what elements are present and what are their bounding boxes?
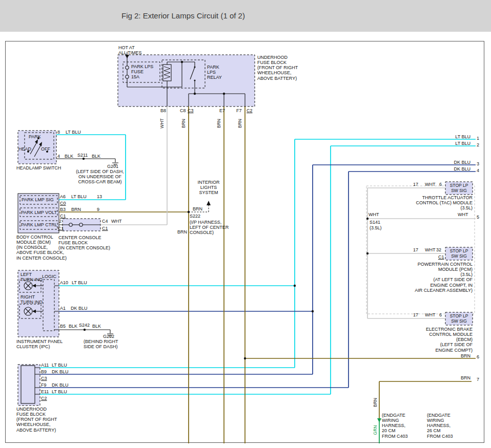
s141-wht-right: WHT (458, 212, 468, 217)
s141-wht-left: WHT (369, 212, 379, 217)
pin-a6-label: A6 (60, 194, 66, 199)
switch-park-label: PARK (29, 134, 41, 139)
splice-s141-label: S141 (370, 220, 380, 225)
offpage-2: 2 (477, 142, 479, 147)
offpage-4: 4 (477, 168, 479, 173)
tac-pin-6: 6 (439, 182, 442, 187)
pcm-pin-32: 32 (436, 247, 441, 252)
wire2-ltblu-label: LT BLU (453, 141, 470, 146)
connector-c2-label: C2 (247, 108, 253, 113)
endgate-harness-20cm-label: (ENDGATE WIRING HARNESS, 20 CM FROM C403 (382, 413, 408, 439)
pin-f9-label: F9 (41, 382, 47, 388)
offpage-7: 7 (477, 377, 479, 382)
bcm-row-park-lmp-sig: PARK LMP SIG (22, 197, 54, 202)
ebcm-ckt-17: 17 (413, 312, 418, 317)
splice-s242-label: S242 (79, 323, 90, 328)
ebcm-wire-wht: WHT (425, 312, 436, 317)
wire-blk-b5b-label: BLK (92, 324, 101, 329)
circuit-9-label: 9 (97, 207, 99, 212)
hot-at-all-times-label: HOT AT ALL TIMES (118, 45, 142, 55)
wire-brn-f7-label: BRN (238, 119, 243, 128)
pin-8-label: 8 (57, 130, 60, 135)
interior-lights-system-label: INTERIOR LIGHTS SYSTEM (193, 180, 224, 195)
right-turn-ind-label: RIGHT TURN IND (21, 294, 43, 305)
underhood-fuse-block-bottom-caption: UNDERHOOD FUSE BLOCK (FRONT OF RIGHT WHE… (16, 407, 57, 433)
tac-ckt-17: 17 (413, 182, 418, 187)
wire-brn-vertical-label: BRN (373, 398, 378, 407)
pin-c8-label: C8 (180, 108, 186, 113)
wire1-ltblu-label: LT BLU (453, 134, 470, 139)
pin-4-label: 4 (57, 154, 60, 159)
figure-title: Fig 2: Exterior Lamps Circuit (1 of 2) (121, 11, 245, 20)
console-fuse-block-caption: CENTER CONSOLE FUSE BLOCK (IN CENTER CON… (58, 235, 110, 250)
wire-dkblu-b9-label: DK BLU (52, 369, 69, 374)
switch-off-label: OFF (41, 146, 50, 152)
splice-s141-location: (3.5L) (370, 225, 382, 230)
wire-ltblu-e11-label: LT BLU (52, 389, 67, 394)
ebcm-stop-lp-sw-sig-box: STOP LP SW SIG (445, 314, 473, 324)
connector-c1c-label: C1 (102, 226, 108, 231)
pcm-ckt-17: 17 (413, 247, 418, 252)
switch-head-label: HEAD (18, 146, 31, 152)
splice-s222-label: S222 (190, 214, 200, 219)
ground-g201-label: G201 (107, 164, 118, 169)
wire-blk-b-label: BLK (92, 154, 100, 159)
wire-blk-a-label: BLK (65, 154, 73, 159)
offpage-5: 5 (477, 215, 479, 220)
wire-ltblu-a6-label: LT BLU (71, 194, 87, 199)
endgate-harness-26cm-label: (ENDGATE WIRING HARNESS, 26 CM FROM C403 (427, 413, 453, 439)
pcm-wire-wht: WHT (425, 247, 436, 252)
wire6-brn-label: BRN (453, 353, 470, 358)
wire7-brn-label: BRN (453, 375, 470, 380)
underhood-fuse-block-location-label: UNDERHOOD FUSE BLOCK (FRONT OF RIGHT WHE… (257, 55, 298, 81)
pin-b5-label: B5 (60, 324, 66, 329)
wire-ltblu-a10-label: LT BLU (72, 280, 87, 285)
connector-c1-label: C1 (60, 214, 66, 219)
wire3-dkblu-label: DK BLU (453, 160, 470, 165)
logic-label: LOGIC (42, 274, 56, 279)
ground-g202-location: (BEHIND RIGHT SIDE OF DASH) (84, 339, 118, 349)
wire4-dkblu-label: DK BLU (453, 166, 470, 172)
left-turn-ind-label: LEFT TURN IND (21, 272, 43, 282)
pin-b9-label: B9 (41, 369, 47, 374)
pin-e7-label: E7 (219, 108, 225, 113)
pcm-stop-lp-sw-sig-box: STOP LP SW SIG (445, 249, 473, 259)
wire-brn-below-s222-label: BRN (177, 229, 187, 234)
pin-c4-label: C4 (102, 219, 108, 224)
circuit-13-label: 13 (97, 194, 102, 199)
pin-b3-label: B3 (60, 207, 66, 212)
wire-brn-c3-label: BRN (181, 119, 187, 128)
offpage-1: 1 (477, 136, 479, 141)
ipc-caption: INSTRUMENT PANEL CLUSTER (IPC) (16, 339, 63, 349)
wire-grn-vertical-label: GRN (373, 425, 378, 435)
connector-c2-bottom-label: C2 (41, 396, 47, 401)
ebcm-pin-6: 6 (439, 312, 442, 317)
pin-a10-label: A10 (60, 280, 68, 285)
tac-module-caption: THROTTLE ACTUATOR CONTROL (TAC) MODULE (… (405, 195, 473, 210)
bcm-row-park-lmp-ctrl: PARK LMP CTRL (21, 222, 57, 227)
wire-wht-c4-label: WHT (111, 219, 122, 224)
wire-brn-s222-label: BRN (193, 206, 202, 211)
figure-title-bar: Fig 2: Exterior Lamps Circuit (1 of 2) (0, 0, 491, 32)
wire-wht-b8-label: WHT (160, 118, 165, 128)
park-lps-relay-label: PARK LPS RELAY (207, 65, 222, 80)
tac-wire-wht: WHT (425, 182, 436, 187)
offpage-6: 6 (477, 354, 479, 359)
wire-brn-e7-label: BRN (217, 119, 222, 128)
connector-c3-label: C3 (188, 108, 194, 113)
offpage-3: 3 (477, 161, 479, 166)
pin-a11-label: A11 (41, 362, 49, 368)
wire-ltblu-pin8-label: LT BLU (66, 130, 81, 135)
bcm-row-park-lmp-volt: PARK LMP VOLT (21, 210, 57, 215)
tac-stop-lp-sw-sig-box: STOP LP SW SIG (445, 183, 473, 193)
splice-s211-label: S211 (77, 153, 88, 158)
park-lps-fuse-label: PARK LPS FUSE 15A (131, 64, 153, 79)
wire-brn-b3-label: BRN (71, 207, 81, 212)
headlamp-switch-caption: HEADLAMP SWITCH (16, 165, 61, 170)
pin-e11-label: E11 (41, 389, 49, 394)
pin-b8-label: B8 (160, 108, 166, 113)
ebcm-module-caption: ELECTRONIC BRAKE CONTROL MODULE (EBCM) (… (405, 327, 473, 353)
pin-f7-label: F7 (236, 108, 242, 113)
splice-s222-location: (I/P HARNESS, LEFT OF CENTER CONSOLE) (190, 220, 229, 235)
connector-c3-bottom-label: C3 (41, 376, 47, 381)
